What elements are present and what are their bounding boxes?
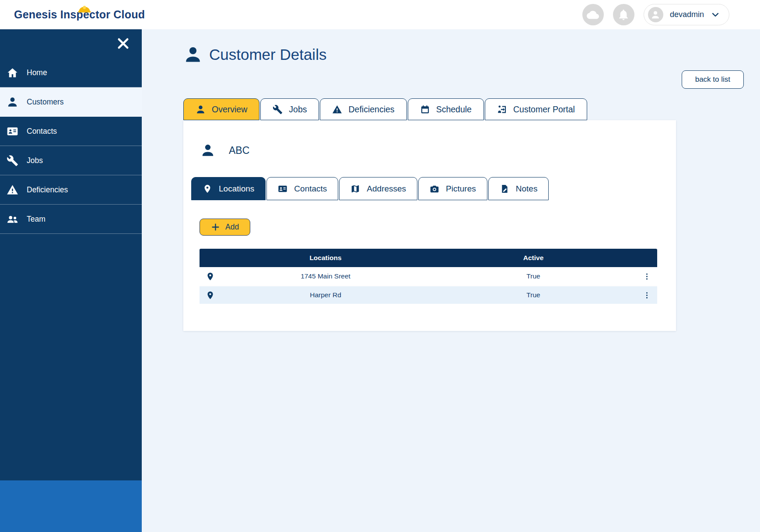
sidebar-item-label: Team — [27, 215, 46, 224]
column-header-active: Active — [431, 254, 636, 262]
customer-tabs: Overview Jobs Deficiencies Schedule Cust… — [183, 98, 744, 120]
page-header: Customer Details — [183, 45, 744, 64]
tab-label: Jobs — [289, 104, 307, 115]
add-location-button[interactable]: Add — [200, 219, 250, 236]
customer-subtabs: Locations Contacts Addresses Pictures No… — [191, 177, 658, 200]
page-title: Customer Details — [209, 46, 326, 63]
main-content: Customer Details back to list Overview J… — [142, 29, 760, 532]
sidebar-nav: Home Customers Contacts Jobs Deficiencie… — [0, 58, 142, 234]
table-row[interactable]: Harper Rd True — [200, 285, 657, 304]
contact-card-icon — [7, 125, 18, 137]
table-row[interactable]: 1745 Main Sreet True — [200, 267, 657, 285]
user-menu-button[interactable]: devadmin — [644, 4, 729, 25]
column-header-locations: Locations — [221, 254, 431, 262]
subtab-addresses[interactable]: Addresses — [339, 177, 417, 200]
subtab-notes[interactable]: Notes — [488, 177, 549, 200]
kebab-menu-icon[interactable] — [643, 291, 651, 299]
person-icon — [7, 96, 18, 108]
customer-portal-icon — [497, 104, 507, 115]
location-pin-icon — [206, 291, 215, 300]
person-icon — [183, 45, 203, 64]
sidebar-item-team[interactable]: Team — [0, 205, 142, 234]
subtab-label: Pictures — [446, 184, 476, 194]
sidebar-item-label: Deficiencies — [27, 185, 68, 195]
top-right-controls: devadmin — [582, 4, 729, 25]
customer-name: ABC — [229, 145, 249, 156]
notifications-button[interactable] — [613, 4, 634, 25]
tab-overview[interactable]: Overview — [183, 98, 259, 120]
sidebar-item-home[interactable]: Home — [0, 58, 142, 87]
person-icon — [651, 10, 660, 20]
close-icon[interactable] — [116, 37, 130, 50]
tab-label: Overview — [212, 104, 247, 115]
subtab-contacts[interactable]: Contacts — [266, 177, 338, 200]
sidebar-item-customers[interactable]: Customers — [0, 87, 142, 117]
chevron-down-icon — [711, 10, 720, 20]
bell-icon — [617, 9, 630, 21]
user-name: devadmin — [670, 10, 704, 19]
location-name: 1745 Main Sreet — [221, 272, 431, 280]
back-to-list-button[interactable]: back to list — [682, 70, 744, 89]
person-icon — [200, 143, 215, 158]
back-to-list-label: back to list — [695, 75, 730, 84]
subtab-locations[interactable]: Locations — [191, 177, 266, 200]
kebab-menu-icon[interactable] — [643, 272, 651, 281]
cloud-icon — [587, 9, 599, 21]
tab-deficiencies[interactable]: Deficiencies — [320, 98, 406, 120]
warning-icon — [7, 184, 18, 196]
sidebar-item-label: Customers — [27, 97, 64, 107]
tab-label: Schedule — [436, 104, 472, 115]
camera-icon — [430, 184, 439, 194]
tab-label: Deficiencies — [348, 104, 394, 115]
sidebar-item-contacts[interactable]: Contacts — [0, 117, 142, 146]
warning-icon — [332, 104, 342, 115]
location-pin-icon — [206, 272, 215, 281]
avatar — [648, 7, 663, 22]
location-pin-icon — [203, 184, 212, 194]
app-logo: Genesis Inspector Cloud — [14, 8, 145, 21]
tab-customer-portal[interactable]: Customer Portal — [485, 98, 587, 120]
subtab-pictures[interactable]: Pictures — [418, 177, 487, 200]
tools-icon — [273, 104, 283, 115]
overview-card: ABC Locations Contacts Addresses Pictu — [183, 120, 676, 331]
note-edit-icon — [500, 184, 509, 194]
subtab-label: Addresses — [367, 184, 406, 194]
sidebar-item-label: Home — [27, 68, 47, 77]
sidebar-item-label: Contacts — [27, 127, 57, 136]
add-button-label: Add — [225, 223, 239, 232]
tools-icon — [7, 155, 18, 167]
locations-table: Locations Active 1745 Main Sreet True — [200, 249, 657, 304]
location-active: True — [431, 272, 636, 280]
sidebar-footer-strip — [0, 480, 142, 532]
map-icon — [350, 184, 360, 194]
plus-icon — [211, 223, 220, 232]
contact-card-icon — [278, 184, 287, 194]
table-body: 1745 Main Sreet True Harper Rd True — [200, 267, 657, 304]
subtab-label: Notes — [516, 184, 538, 194]
subtab-label: Locations — [219, 184, 254, 194]
top-bar: Genesis Inspector Cloud devadmin — [0, 0, 760, 29]
calendar-icon — [420, 104, 430, 115]
sidebar-item-label: Jobs — [27, 156, 43, 165]
sidebar-item-jobs[interactable]: Jobs — [0, 146, 142, 175]
customer-summary: ABC — [200, 143, 658, 158]
location-active: True — [431, 291, 636, 299]
person-icon — [196, 104, 206, 115]
tab-schedule[interactable]: Schedule — [408, 98, 484, 120]
location-name: Harper Rd — [221, 291, 431, 299]
app-logo-text: Genesis Inspector Cloud — [14, 8, 145, 21]
team-icon — [7, 213, 18, 225]
table-header-row: Locations Active — [200, 249, 657, 267]
tab-jobs[interactable]: Jobs — [260, 98, 319, 120]
cloud-button[interactable] — [582, 4, 604, 25]
sidebar: Home Customers Contacts Jobs Deficiencie… — [0, 29, 142, 532]
sidebar-close-row — [0, 29, 142, 58]
home-icon — [7, 67, 18, 79]
tab-label: Customer Portal — [513, 104, 575, 115]
subtab-label: Contacts — [294, 184, 327, 194]
sidebar-item-deficiencies[interactable]: Deficiencies — [0, 175, 142, 205]
